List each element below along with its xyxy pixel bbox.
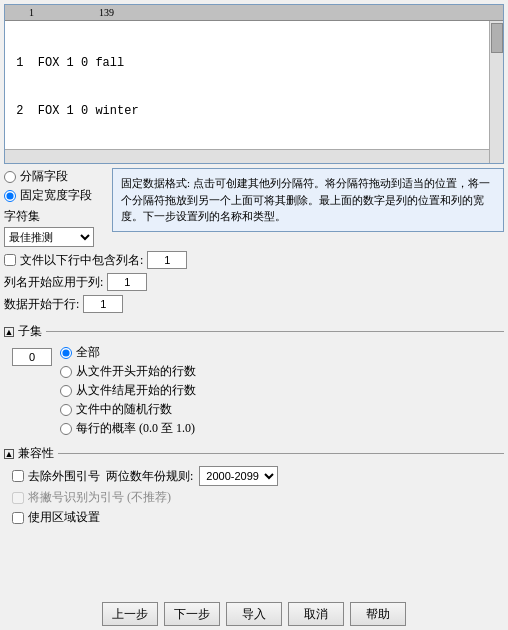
subset-bottom-item[interactable]: 从文件结尾开始的行数 — [60, 382, 196, 399]
subset-collapse-icon[interactable]: ▲ — [4, 327, 14, 337]
file-header-label: 文件以下行中包含列名: — [20, 252, 143, 269]
vertical-scrollbar[interactable] — [489, 21, 503, 163]
subset-top-item[interactable]: 从文件开头开始的行数 — [60, 363, 196, 380]
subset-all-radio[interactable] — [60, 347, 72, 359]
subset-prob-radio[interactable] — [60, 423, 72, 435]
apostrophe-label: 将撇号识别为引号 (不推荐) — [28, 489, 171, 506]
subset-top-label: 从文件开头开始的行数 — [76, 363, 196, 380]
apostrophe-checkbox-item[interactable]: 将撇号识别为引号 (不推荐) — [12, 489, 177, 506]
use-locale-row: 使用区域设置 — [12, 509, 504, 526]
compat-header: ▲ 兼容性 — [4, 445, 504, 462]
data-start-row: 数据开始于行: — [4, 295, 504, 313]
text-content: 1 FOX 1 0 fall 2 FOX 1 0 winter 3 FOX 1 … — [5, 21, 503, 163]
format-radio-group: 分隔字段 固定宽度字段 字符集 最佳推测 — [4, 168, 104, 247]
compat-collapse-icon[interactable]: ▲ — [4, 449, 14, 459]
year-rule-label: 两位数年份规则: — [106, 468, 193, 485]
file-header-input[interactable] — [147, 251, 187, 269]
cancel-button[interactable]: 取消 — [288, 602, 344, 626]
subset-prob-item[interactable]: 每行的概率 (0.0 至 1.0) — [60, 420, 196, 437]
col-name-label: 列名开始应用于列: — [4, 274, 103, 291]
help-button[interactable]: 帮助 — [350, 602, 406, 626]
options-section: 分隔字段 固定宽度字段 字符集 最佳推测 固定数据格式: 点击可创建其他列分隔符… — [4, 168, 504, 247]
subset-section-line — [46, 331, 504, 332]
apostrophe-row: 将撇号识别为引号 (不推荐) — [12, 489, 504, 506]
file-header-checkbox-item[interactable]: 文件以下行中包含列名: — [4, 252, 147, 269]
button-row: 上一步 下一步 导入 取消 帮助 — [4, 596, 504, 626]
subset-random-radio[interactable] — [60, 404, 72, 416]
import-button[interactable]: 导入 — [226, 602, 282, 626]
remove-quotes-row: 去除外围引号 两位数年份规则: 2000-2099 — [12, 466, 504, 486]
next-button[interactable]: 下一步 — [164, 602, 220, 626]
compat-header-label: 兼容性 — [18, 445, 54, 462]
subset-header: ▲ 子集 — [4, 323, 504, 340]
subset-left — [12, 344, 52, 366]
delimited-label: 分隔字段 — [20, 168, 68, 185]
delimited-radio-item[interactable]: 分隔字段 — [4, 168, 104, 185]
subset-prob-label: 每行的概率 (0.0 至 1.0) — [76, 420, 195, 437]
col-name-input[interactable] — [107, 273, 147, 291]
col-name-row: 列名开始应用于列: — [4, 273, 504, 291]
subset-header-label: 子集 — [18, 323, 42, 340]
subset-radios: 全部 从文件开头开始的行数 从文件结尾开始的行数 文件中的随机行数 — [60, 344, 196, 439]
info-box: 固定数据格式: 点击可创建其他列分隔符。将分隔符拖动到适当的位置，将一个分隔符拖… — [112, 168, 504, 232]
ruler-col2: 139 — [99, 7, 114, 18]
fixed-radio-item[interactable]: 固定宽度字段 — [4, 187, 104, 204]
compat-content: 去除外围引号 两位数年份规则: 2000-2099 将撇号识别为引号 (不推荐)… — [4, 466, 504, 526]
line-2: 2 FOX 1 0 winter — [9, 103, 499, 119]
prev-button[interactable]: 上一步 — [102, 602, 158, 626]
scrollbar-thumb[interactable] — [491, 23, 503, 53]
subset-bottom-radio[interactable] — [60, 385, 72, 397]
use-locale-checkbox[interactable] — [12, 512, 24, 524]
data-start-label: 数据开始于行: — [4, 296, 79, 313]
column-ruler: 1 139 — [5, 5, 503, 21]
file-header-checkbox[interactable] — [4, 254, 16, 266]
ruler-col1: 1 — [29, 7, 79, 18]
text-preview-area: 1 139 1 FOX 1 0 fall 2 FOX 1 0 winter 3 … — [4, 4, 504, 164]
remove-quotes-checkbox[interactable] — [12, 470, 24, 482]
subset-count-input[interactable] — [12, 348, 52, 366]
subset-top-radio[interactable] — [60, 366, 72, 378]
data-start-input[interactable] — [83, 295, 123, 313]
file-header-row: 文件以下行中包含列名: — [4, 251, 504, 269]
compat-section: ▲ 兼容性 去除外围引号 两位数年份规则: 2000-2099 将撇号识别为引号… — [4, 443, 504, 530]
use-locale-checkbox-item[interactable]: 使用区域设置 — [12, 509, 106, 526]
subset-all-label: 全部 — [76, 344, 100, 361]
subset-content: 全部 从文件开头开始的行数 从文件结尾开始的行数 文件中的随机行数 — [4, 344, 504, 439]
subset-section: ▲ 子集 全部 从文件开头开始的行数 — [4, 321, 504, 443]
horizontal-scrollbar[interactable] — [5, 149, 489, 163]
char-type-label: 字符集 — [4, 208, 104, 225]
use-locale-label: 使用区域设置 — [28, 509, 100, 526]
compat-section-line — [58, 453, 504, 454]
fixed-radio[interactable] — [4, 190, 16, 202]
subset-row: 全部 从文件开头开始的行数 从文件结尾开始的行数 文件中的随机行数 — [12, 344, 504, 439]
form-section: 文件以下行中包含列名: 列名开始应用于列: 数据开始于行: — [4, 251, 504, 317]
remove-quotes-checkbox-item[interactable]: 去除外围引号 — [12, 468, 106, 485]
year-select[interactable]: 2000-2099 — [199, 466, 278, 486]
fixed-label: 固定宽度字段 — [20, 187, 92, 204]
subset-random-item[interactable]: 文件中的随机行数 — [60, 401, 196, 418]
subset-all-item[interactable]: 全部 — [60, 344, 196, 361]
char-type-select[interactable]: 最佳推测 — [4, 227, 94, 247]
delimited-radio[interactable] — [4, 171, 16, 183]
subset-bottom-label: 从文件结尾开始的行数 — [76, 382, 196, 399]
remove-quotes-label: 去除外围引号 — [28, 468, 100, 485]
line-1: 1 FOX 1 0 fall — [9, 55, 499, 71]
apostrophe-checkbox[interactable] — [12, 492, 24, 504]
subset-random-label: 文件中的随机行数 — [76, 401, 172, 418]
main-container: 1 139 1 FOX 1 0 fall 2 FOX 1 0 winter 3 … — [0, 0, 508, 630]
